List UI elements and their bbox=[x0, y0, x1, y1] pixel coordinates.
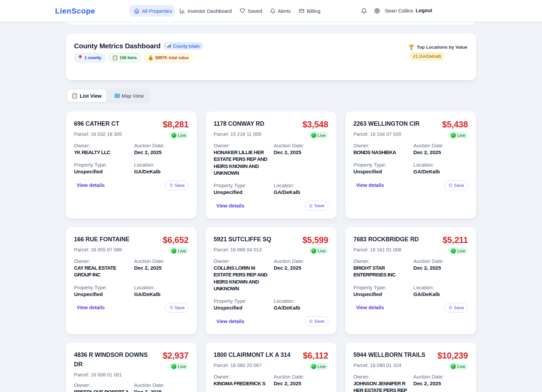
svg-text:$: $ bbox=[150, 57, 151, 60]
